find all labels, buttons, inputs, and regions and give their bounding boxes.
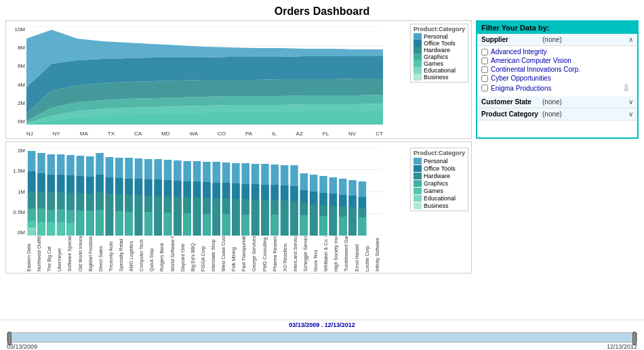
area-chart-svg [26,26,383,125]
svg-rect-104 [232,199,239,236]
supplier-continental[interactable]: Continental Innovations Corp. [481,65,633,74]
svg-rect-90 [193,198,201,236]
svg-rect-55 [96,210,103,236]
svg-rect-145 [348,207,356,236]
bar-y-axis: 2M 1.5M 1M 0.5M 0M [6,148,26,236]
bar-chart-container: 2M 1.5M 1M 0.5M 0M [5,141,472,274]
svg-rect-51 [86,211,94,236]
legend-item-graphics: Graphics [414,53,465,60]
svg-rect-76 [154,196,161,236]
legend-color-hardware [414,47,422,53]
legend-color-educational [414,67,422,74]
timeline-dates: 03/13/2009 12/13/2012 [7,343,637,350]
svg-rect-114 [261,200,268,236]
legend-color-graphics [414,53,422,60]
legend-color-office [414,40,422,47]
product-category-row[interactable]: Product Category (none) ∨ [477,108,637,121]
bar-legend-business: Business [414,202,465,209]
svg-rect-28 [37,222,45,236]
supplier-checkbox-enigma[interactable] [481,85,488,91]
timeline-selection [7,333,637,343]
customer-state-row[interactable]: Customer State (none) ∨ [477,96,637,108]
area-chart-container: 10M 8M 6M 4M 2M 0M Product:Category Pers… [5,20,472,139]
bar-chart-legend: Product:Category Personal Office Tools H… [410,148,468,211]
supplier-checkbox-cyber[interactable] [481,75,488,82]
supplier-label-continental: Continental Innovations Corp. [491,66,580,73]
svg-rect-66 [125,212,132,236]
legend-item-educational: Educational [414,67,465,74]
timeline-track[interactable] [7,332,637,343]
supplier-filter-row[interactable]: Supplier (none) ∧ [477,34,637,46]
svg-rect-131 [310,204,317,236]
bar-chart-svg [26,148,383,236]
svg-rect-69 [135,195,142,236]
svg-rect-124 [290,201,298,236]
svg-rect-111 [251,200,259,236]
svg-rect-33 [47,222,55,236]
charts-area: 10M 8M 6M 4M 2M 0M Product:Category Pers… [5,20,472,274]
legend-item-personal: Personal [414,33,465,40]
legend-item-business: Business [414,74,465,81]
product-category-dropdown-icon[interactable]: ∨ [628,110,633,118]
svg-rect-101 [222,214,230,236]
timeline-area: 03/13/2009 . 12/13/2012 03/13/2009 12/13… [0,320,644,350]
area-x-axis: NJ NY MA TX CA MD WA CO PA IL AZ FL NV C… [26,131,383,137]
customer-state-label: Customer State [481,98,542,106]
svg-rect-87 [183,213,190,236]
page-title: Orders Dashboard [0,0,644,20]
svg-rect-47 [77,211,84,236]
supplier-label: Supplier [481,36,542,43]
product-category-label: Product Category [481,110,542,118]
supplier-label-enigma: Enigma Productions [491,85,552,92]
customer-state-dropdown-icon[interactable]: ∨ [628,98,633,106]
supplier-checkbox-american[interactable] [481,58,488,64]
supplier-dropdown-icon[interactable]: ∧ [628,36,633,43]
svg-rect-149 [359,217,366,236]
svg-rect-94 [203,214,210,236]
area-chart-legend: Product:Category Personal Office Tools H… [410,24,468,83]
supplier-enigma[interactable]: Enigma Productions [481,84,552,93]
svg-rect-128 [300,215,308,236]
legend-title: Product:Category [414,26,465,32]
timeline-right-handle[interactable] [632,332,637,345]
product-category-value: (none) [542,110,628,118]
area-y-axis: 10M 8M 6M 4M 2M 0M [6,26,26,125]
bar-legend-personal: Personal [414,158,465,165]
main-content: 10M 8M 6M 4M 2M 0M Product:Category Pers… [0,20,644,274]
bar-legend-games: Games [414,188,465,194]
timeline-center-date-container: 03/13/2009 . 12/13/2012 [0,320,644,330]
legend-color-games [414,60,422,67]
supplier-label-american: American Computer Vision [491,57,571,64]
supplier-checkbox-advanced[interactable] [481,49,488,56]
bar-x-axis: Eastern Data Northwest Outfitters The Bi… [26,236,383,271]
page-container: Orders Dashboard 10M 8M 6M 4M 2M 0M Prod… [0,0,644,350]
filter-header: Filter Your Data by: [477,22,637,34]
filter-panel: Filter Your Data by: Supplier (none) ∧ A… [476,20,639,139]
svg-rect-138 [329,206,337,236]
supplier-label-advanced: Advanced Integrity [491,48,547,56]
supplier-label-cyber: Cyber Opportunities [491,74,551,82]
svg-rect-135 [319,216,327,236]
svg-rect-73 [144,212,152,236]
svg-rect-58 [106,194,113,236]
legend-item-hardware: Hardware [414,47,465,53]
supplier-cyber[interactable]: Cyber Opportunities [481,74,633,83]
supplier-value: (none) [542,36,628,43]
supplier-checkbox-continental[interactable] [481,66,488,73]
svg-rect-38 [57,222,64,236]
right-panel: Filter Your Data by: Supplier (none) ∧ A… [476,20,639,274]
legend-color-business [414,74,422,81]
svg-rect-62 [115,211,123,236]
timeline-left-handle[interactable] [7,332,12,345]
svg-rect-43 [66,223,74,236]
svg-rect-118 [271,215,279,236]
bar-legend-graphics: Graphics [414,180,465,187]
svg-rect-108 [242,215,249,236]
supplier-american-computer-vision[interactable]: American Computer Vision [481,56,633,65]
legend-item-games: Games [414,60,465,67]
supplier-advanced-integrity[interactable]: Advanced Integrity [481,47,633,56]
bar-legend-educational: Educational [414,195,465,202]
supplier-list: Advanced Integrity American Computer Vis… [477,46,637,95]
svg-rect-142 [339,217,346,236]
supplier-scrolldown-icon[interactable]: ⇩ [622,83,633,93]
